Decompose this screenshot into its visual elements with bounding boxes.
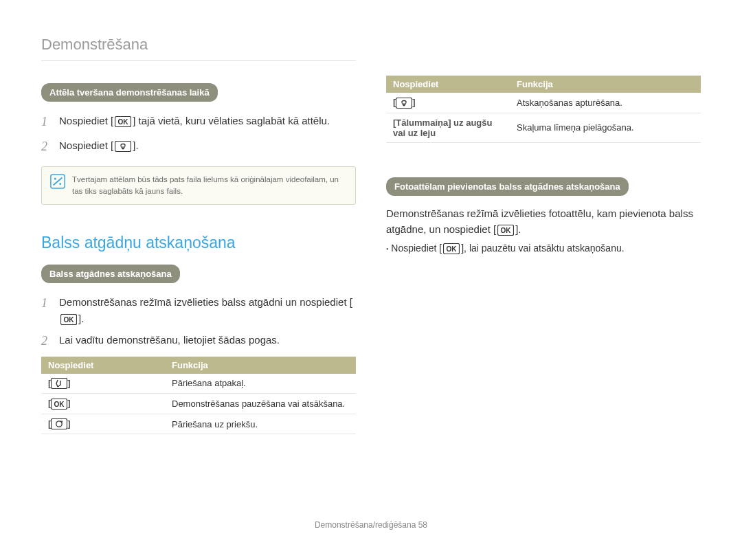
th-press: Nospiediet: [386, 76, 510, 93]
step-row: 1 Demonstrēšanas režīmā izvēlieties bals…: [41, 294, 356, 326]
cell-function: Atskaņošanas apturēšana.: [510, 93, 701, 113]
step-number-2: 2: [41, 137, 52, 157]
step-number-2: 2: [41, 332, 52, 351]
note-text: Tvertajam attēlam būs tāds pats faila li…: [72, 174, 347, 198]
step-number-1: 1: [41, 294, 52, 326]
ok-icon: [60, 314, 77, 325]
table-row: [] Pāriešana uz priekšu.: [41, 414, 356, 434]
cell-function: Skaļuma līmeņa pielāgošana.: [510, 113, 701, 142]
step-row: 1 Nospiediet [] tajā vietā, kuru vēlatie…: [41, 113, 356, 132]
page-title: Demonstrēšana: [41, 36, 356, 54]
step-body: Nospiediet [].: [59, 137, 356, 157]
right-column: Nospiediet Funkcija [] Atskaņošanas aptu…: [386, 36, 701, 434]
subhead-voicememo: Balss atgādnes atskaņošana: [41, 265, 180, 283]
button-function-table-right: Nospiediet Funkcija [] Atskaņošanas aptu…: [386, 76, 701, 143]
down-icon: [115, 141, 131, 152]
subhead-capture: Attēla tveršana demonstrēšanas laikā: [41, 83, 218, 102]
ok-icon: [497, 225, 514, 236]
table-header-row: Nospiediet Funkcija: [41, 357, 356, 374]
page-footer: Demonstrēšana/rediģēšana 58: [0, 520, 742, 530]
right-icon: [51, 418, 67, 429]
button-function-table-left: Nospiediet Funkcija [] Pāriešana atpakaļ…: [41, 357, 356, 435]
step-row: 2 Lai vadītu demonstrēšanu, lietojiet šā…: [41, 332, 356, 351]
title-rule: [41, 60, 356, 61]
subhead-photo-voice: Fotoattēlam pievienotas balss atgādnes a…: [386, 177, 629, 196]
photo-voice-paragraph: Demonstrēšanas režīmā izvēlieties fotoat…: [386, 205, 701, 238]
table-row: [] Pāriešana atpakaļ.: [41, 374, 356, 394]
step-body: Lai vadītu demonstrēšanu, lietojiet šāda…: [59, 332, 356, 351]
table-row: [] Demonstrēšanas pauzēšana vai atsākšan…: [41, 394, 356, 414]
cell-button: [Tālummaiņa] uz augšu vai uz leju: [386, 113, 510, 142]
th-function: Funkcija: [510, 76, 701, 93]
cell-button: []: [41, 394, 165, 414]
cell-button: []: [386, 93, 510, 113]
ok-icon: [443, 243, 460, 254]
photo-voice-bullet: Nospiediet [], lai pauzētu vai atsāktu a…: [386, 241, 701, 256]
step-body: Nospiediet [] tajā vietā, kuru vēlaties …: [59, 113, 356, 132]
note-box: Tvertajam attēlam būs tāds pats faila li…: [41, 166, 356, 205]
th-press: Nospiediet: [41, 357, 165, 374]
note-icon: [50, 174, 65, 198]
step-number-1: 1: [41, 113, 52, 132]
cell-function: Pāriešana uz priekšu.: [165, 414, 356, 434]
th-function: Funkcija: [165, 357, 356, 374]
step-row: 2 Nospiediet [].: [41, 137, 356, 157]
cell-function: Demonstrēšanas pauzēšana vai atsākšana.: [165, 394, 356, 414]
step-body: Demonstrēšanas režīmā izvēlieties balss …: [59, 294, 356, 326]
ok-icon: [51, 399, 67, 410]
section-heading-voice: Balss atgādņu atskaņošana: [41, 234, 356, 252]
ok-icon: [115, 116, 131, 127]
table-row: [] Atskaņošanas apturēšana.: [386, 93, 701, 113]
left-column: Demonstrēšana Attēla tveršana demonstrēš…: [41, 36, 356, 434]
left-icon: [51, 378, 67, 389]
down-icon: [396, 98, 412, 109]
cell-function: Pāriešana atpakaļ.: [165, 374, 356, 394]
cell-button: []: [41, 414, 165, 434]
table-row: [Tālummaiņa] uz augšu vai uz leju Skaļum…: [386, 113, 701, 142]
table-header-row: Nospiediet Funkcija: [386, 76, 701, 93]
cell-button: []: [41, 374, 165, 394]
